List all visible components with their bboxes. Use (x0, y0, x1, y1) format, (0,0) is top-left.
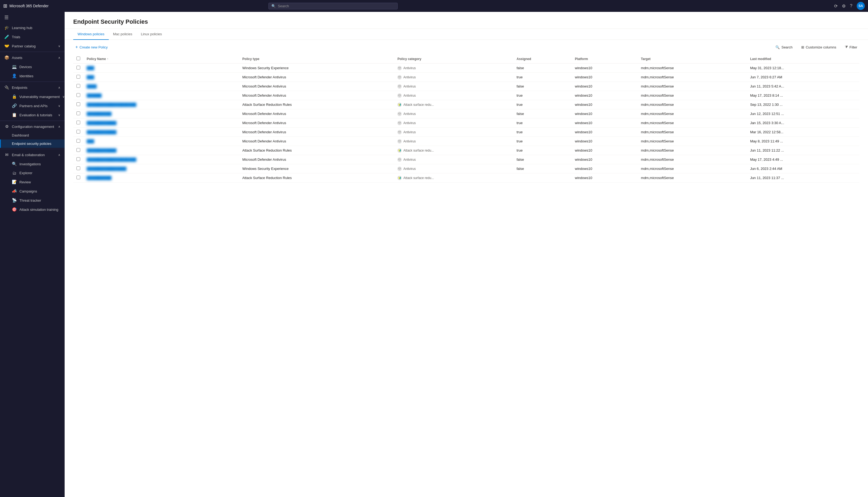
row-policy-name[interactable]: ██████████ (84, 173, 239, 183)
sidebar-item-label: Trials (12, 35, 20, 39)
row-checkbox[interactable] (76, 120, 80, 124)
antivirus-icon: 🛡 (397, 167, 402, 171)
row-policy-category: 🛡Antivirus (394, 91, 513, 100)
app-body: ☰ 🎓 Learning hub 🧪 Trials 🤝 Partner cata… (0, 12, 868, 497)
row-checkbox[interactable] (76, 175, 80, 179)
avatar[interactable]: SA (857, 2, 865, 10)
row-policy-type: Attack Surface Reduction Rules (239, 173, 394, 183)
sidebar-item-learning-hub[interactable]: 🎓 Learning hub (0, 23, 65, 32)
row-assigned: true (513, 128, 572, 137)
filter-button[interactable]: ⧩ Filter (843, 43, 859, 51)
row-checkbox[interactable] (76, 130, 80, 133)
row-checkbox[interactable] (76, 157, 80, 161)
sidebar-item-devices[interactable]: 💻 Devices (0, 62, 65, 71)
select-all-checkbox[interactable] (76, 57, 80, 60)
row-checkbox[interactable] (76, 166, 80, 170)
row-assigned: false (513, 82, 572, 91)
row-checkbox[interactable] (76, 102, 80, 106)
row-checkbox[interactable] (76, 148, 80, 152)
col-header-policy-category: Policy category (394, 54, 513, 63)
create-new-policy-button[interactable]: + Create new Policy (73, 43, 110, 51)
sidebar-item-email-collaboration[interactable]: ✉ Email & collaboration ∧ (0, 150, 65, 159)
sidebar-item-attack-simulation[interactable]: 🎯 Attack simulation training (0, 205, 65, 214)
sidebar-item-review[interactable]: 📝 Review (0, 178, 65, 187)
row-checkbox[interactable] (76, 139, 80, 143)
attack-surface-icon: 🔰 (397, 103, 402, 107)
row-policy-name[interactable]: ██████ (84, 91, 239, 100)
row-policy-category: 🔰Attack surface redu... (394, 100, 513, 109)
tab-linux-policies[interactable]: Linux policies (137, 29, 166, 40)
sidebar-item-evaluation[interactable]: 📋 Evaluation & tutorials ∨ (0, 110, 65, 119)
category-label: Attack surface redu... (403, 176, 434, 180)
help-icon[interactable]: ? (850, 3, 852, 8)
sidebar-item-label: Devices (19, 65, 32, 69)
topbar: ⊞ Microsoft 365 Defender 🔍 ⟳ ⚙ ? SA (0, 0, 868, 12)
sidebar-item-endpoint-security-policies[interactable]: Endpoint security policies (0, 140, 65, 148)
row-assigned: true (513, 100, 572, 109)
row-checkbox[interactable] (76, 93, 80, 97)
sidebar-item-campaigns[interactable]: 📣 Campaigns (0, 187, 65, 196)
sidebar-item-partner-catalog[interactable]: 🤝 Partner catalog ∨ (0, 41, 65, 51)
sort-policy-name[interactable]: Policy Name ↑ (87, 57, 108, 61)
row-policy-name[interactable]: ███ (84, 137, 239, 146)
sidebar-item-identities[interactable]: 👤 Identities (0, 71, 65, 81)
topbar-search-box[interactable]: 🔍 (268, 3, 398, 10)
row-policy-name[interactable]: ██████████ (84, 109, 239, 118)
tab-windows-policies[interactable]: Windows policies (73, 29, 109, 40)
row-checkbox[interactable] (76, 75, 80, 79)
search-label: Search (781, 45, 792, 49)
search-input[interactable] (278, 4, 395, 8)
waffle-icon[interactable]: ⊞ (3, 3, 7, 9)
row-policy-name[interactable]: ████████████████████ (84, 100, 239, 109)
sidebar-divider-4 (0, 149, 65, 149)
sidebar-item-vulnerability[interactable]: 🔒 Vulnerability management ∨ (0, 92, 65, 101)
row-policy-category: 🛡Antivirus (394, 109, 513, 118)
row-platform: windows10 (572, 82, 638, 91)
row-assigned: true (513, 91, 572, 100)
row-policy-name[interactable]: ████ (84, 82, 239, 91)
sidebar-item-config-management[interactable]: ⚙ Configuration management ∧ (0, 122, 65, 131)
customize-columns-button[interactable]: ⊞ Customize columns (799, 44, 838, 51)
sidebar-item-assets[interactable]: 📦 Assets ∧ (0, 53, 65, 62)
antivirus-icon: 🛡 (397, 94, 402, 98)
category-label: Antivirus (403, 112, 416, 116)
sidebar-item-trials[interactable]: 🧪 Trials (0, 32, 65, 41)
row-policy-type: Microsoft Defender Antivirus (239, 155, 394, 164)
row-checkbox[interactable] (76, 66, 80, 69)
table-row: ██████████Microsoft Defender Antivirus🛡A… (73, 109, 859, 118)
select-all-header[interactable] (73, 54, 84, 63)
sort-icon: ↑ (107, 57, 108, 60)
sidebar-item-investigations[interactable]: 🔍 Investigations (0, 159, 65, 169)
row-policy-name[interactable]: ████████████ (84, 118, 239, 128)
row-policy-name[interactable]: ████████████ (84, 128, 239, 137)
sidebar-item-label: Attack simulation training (19, 208, 58, 212)
tab-mac-policies[interactable]: Mac policies (109, 29, 137, 40)
row-policy-name[interactable]: ████████████ (84, 146, 239, 155)
hamburger-icon[interactable]: ☰ (0, 12, 65, 23)
sidebar-item-partners-apis[interactable]: 🔗 Partners and APIs ∨ (0, 101, 65, 110)
row-checkbox[interactable] (76, 84, 80, 88)
row-policy-name[interactable]: ████████████████████ (84, 155, 239, 164)
sidebar-item-label: Evaluation & tutorials (19, 113, 52, 117)
settings-icon[interactable]: ⚙ (842, 3, 846, 9)
row-platform: windows10 (572, 118, 638, 128)
col-header-policy-name[interactable]: Policy Name ↑ (84, 54, 239, 63)
main-content: Endpoint Security Policies Windows polic… (65, 12, 868, 497)
evaluation-icon: 📋 (12, 113, 17, 117)
sidebar-item-dashboard[interactable]: Dashboard (0, 131, 65, 140)
row-policy-name[interactable]: ███ (84, 63, 239, 73)
search-button[interactable]: 🔍 Search (773, 44, 795, 51)
sidebar-item-label: Review (19, 180, 31, 184)
sidebar-divider-2 (0, 82, 65, 82)
antivirus-icon: 🛡 (397, 66, 402, 70)
share-icon[interactable]: ⟳ (834, 3, 838, 9)
sidebar-item-explorer[interactable]: 🗂 Explorer (0, 169, 65, 178)
row-policy-name[interactable]: ███ (84, 73, 239, 82)
sidebar-item-label: Investigations (19, 162, 41, 166)
sidebar-item-threat-tracker[interactable]: 📡 Threat tracker (0, 196, 65, 205)
row-policy-name[interactable]: ████████████████ (84, 164, 239, 173)
row-policy-category: 🛡Antivirus (394, 63, 513, 73)
row-checkbox[interactable] (76, 112, 80, 115)
sidebar-item-endpoints[interactable]: 🔌 Endpoints ∧ (0, 83, 65, 92)
toolbar-right: 🔍 Search ⊞ Customize columns ⧩ Filter (773, 43, 859, 51)
